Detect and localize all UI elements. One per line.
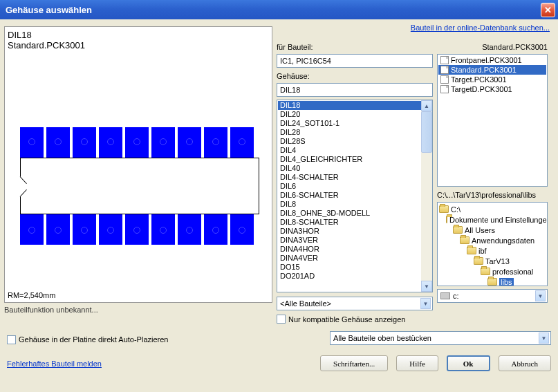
library-file-item[interactable]: Frontpanel.PCK3001 — [438, 55, 546, 65]
chip-pin — [73, 214, 96, 245]
chip-pin — [178, 214, 201, 245]
chip-pin — [99, 214, 122, 245]
rm-value: RM=2,540mm — [8, 291, 55, 299]
package-list-item[interactable]: DINA3VER — [278, 236, 431, 245]
package-list-item[interactable]: DIL8 — [278, 200, 431, 209]
folder-icon — [467, 247, 476, 254]
preview-column: DIL18 Standard.PCK3001 RM=2,540mm Bautei… — [4, 26, 272, 324]
document-icon — [440, 56, 449, 64]
package-list-item[interactable]: DIL24_SOT101-1 — [278, 119, 431, 128]
library-file-list[interactable]: Frontpanel.PCK3001Standard.PCK3001Target… — [437, 54, 548, 187]
window-title: Gehäuse auswählen — [6, 5, 92, 15]
chevron-down-icon[interactable]: ▼ — [539, 333, 549, 344]
chip-pin — [204, 127, 227, 158]
drive-icon — [440, 292, 450, 299]
document-icon — [440, 85, 449, 93]
package-list-item[interactable]: DIL18 — [278, 101, 431, 110]
package-list-item[interactable]: DIL28S — [278, 137, 431, 146]
chip-pin — [230, 214, 254, 245]
package-listbox[interactable]: DIL18DIL20DIL24_SOT101-1DIL28DIL28SDIL4D… — [277, 100, 433, 292]
package-list-item[interactable]: DIL4 — [278, 146, 431, 155]
preview-panel: DIL18 Standard.PCK3001 RM=2,540mm — [4, 26, 272, 303]
dialog-content: Bauteil in der online-Datenbank suchen..… — [0, 19, 558, 392]
chip-pin — [73, 127, 96, 158]
compat-checkbox-row[interactable]: Nur kompatible Gehäuse anzeigen — [277, 315, 433, 324]
help-button[interactable]: Hilfe — [396, 355, 438, 371]
chip-pin — [99, 127, 122, 158]
package-list-item[interactable]: DINA3HOR — [278, 227, 431, 236]
placement-combo[interactable]: Alle Bauteile oben bestücken ▼ — [330, 331, 551, 345]
part-label: für Bauteil: — [277, 43, 433, 51]
tree-item[interactable]: libs — [439, 277, 546, 286]
package-list-item[interactable]: DO201AD — [278, 272, 431, 281]
chip-pin — [46, 127, 70, 158]
scroll-up-button[interactable]: ▲ — [421, 100, 432, 111]
preview-package-name: DIL18 — [8, 30, 269, 40]
part-function-text: Bauteilfunktion unbekannt... — [4, 306, 272, 314]
listbox-scrollbar[interactable]: ▲ ▼ — [421, 100, 432, 292]
folder-icon — [474, 257, 483, 265]
report-link[interactable]: Fehlerhaftes Bauteil melden — [7, 360, 102, 368]
autoplace-label: Gehäuse in der Platine direkt Auto-Plazi… — [19, 335, 168, 344]
package-list-item[interactable]: DIL8_OHNE_3D-MODELL — [278, 209, 431, 218]
chip-pin — [125, 127, 149, 158]
compat-checkbox[interactable] — [277, 315, 286, 324]
package-list-item[interactable]: DIL6 — [278, 182, 431, 191]
placement-value: Alle Bauteile oben bestücken — [333, 334, 431, 342]
package-list-item[interactable]: DINA4HOR — [278, 245, 431, 254]
chip-pin — [151, 214, 175, 245]
tree-item[interactable]: C:\ — [439, 204, 546, 214]
chip-pin — [204, 214, 227, 245]
package-list-item[interactable]: DIL8-SCHALTER — [278, 218, 431, 227]
package-list-item[interactable]: DO15 — [278, 263, 431, 272]
preview-library-name: Standard.PCK3001 — [8, 40, 269, 50]
part-input[interactable] — [277, 54, 433, 68]
close-button[interactable]: ✕ — [541, 3, 555, 17]
package-list-item[interactable]: DIL4_GLEICHRICHTER — [278, 155, 431, 164]
folder-icon — [446, 216, 447, 223]
library-column: Standard.PCK3001 Frontpanel.PCK3001Stand… — [437, 26, 548, 324]
drive-value: c: — [453, 292, 459, 300]
folder-icon — [481, 268, 490, 275]
package-list-item[interactable]: DIL4-SCHALTER — [278, 173, 431, 182]
chip-pin — [46, 214, 70, 245]
autoplace-checkbox-row[interactable]: Gehäuse in der Platine direkt Auto-Plazi… — [7, 335, 168, 344]
folder-tree[interactable]: C:\Dokumente und EinstellungenAll UsersA… — [437, 202, 548, 286]
package-input[interactable] — [277, 83, 433, 97]
package-list-item[interactable]: DIL40 — [278, 164, 431, 173]
package-label: Gehäuse: — [277, 72, 433, 80]
scroll-thumb[interactable] — [421, 111, 432, 153]
filter-value: <Alle Bauteile> — [280, 299, 331, 308]
tree-item[interactable]: professional — [439, 266, 546, 277]
folder-icon — [487, 278, 497, 286]
tree-item[interactable]: ibf — [439, 245, 546, 256]
scroll-down-button[interactable]: ▼ — [421, 281, 432, 292]
tree-item[interactable]: Anwendungsdaten — [439, 235, 546, 245]
drive-combo[interactable]: c: ▼ — [437, 289, 548, 303]
package-list-item[interactable]: DINA4VER — [278, 254, 431, 263]
chip-pin — [230, 127, 254, 158]
package-list-item[interactable]: DIL28 — [278, 128, 431, 137]
folder-icon — [453, 226, 463, 234]
chevron-down-icon[interactable]: ▼ — [535, 290, 546, 301]
tree-item[interactable]: TarV13 — [439, 256, 546, 266]
library-file-item[interactable]: TargetD.PCK3001 — [438, 84, 546, 94]
ok-button[interactable]: Ok — [447, 355, 490, 371]
tree-item[interactable]: All Users — [439, 225, 546, 235]
online-db-link[interactable]: Bauteil in der online-Datenbank suchen..… — [411, 24, 550, 32]
chip-pin — [178, 127, 201, 158]
package-list-item[interactable]: DIL20 — [278, 110, 431, 119]
library-file-item[interactable]: Standard.PCK3001 — [438, 65, 546, 75]
tree-item[interactable]: Dokumente und Einstellungen — [439, 214, 546, 225]
library-file-item[interactable]: Target.PCK3001 — [438, 75, 546, 84]
autoplace-checkbox[interactable] — [7, 335, 16, 344]
folder-icon — [439, 205, 449, 213]
path-label: C:\...\TarV13\professional\libs — [437, 191, 548, 199]
package-list-item[interactable]: DIL6-SCHALTER — [278, 191, 431, 200]
chevron-down-icon[interactable]: ▼ — [420, 298, 431, 309]
chip-pin — [151, 127, 175, 158]
document-icon — [440, 66, 449, 74]
cancel-button[interactable]: Abbruch — [499, 355, 552, 371]
filter-combo[interactable]: <Alle Bauteile> ▼ — [277, 297, 433, 310]
fonts-button[interactable]: Schriftarten... — [320, 355, 388, 371]
